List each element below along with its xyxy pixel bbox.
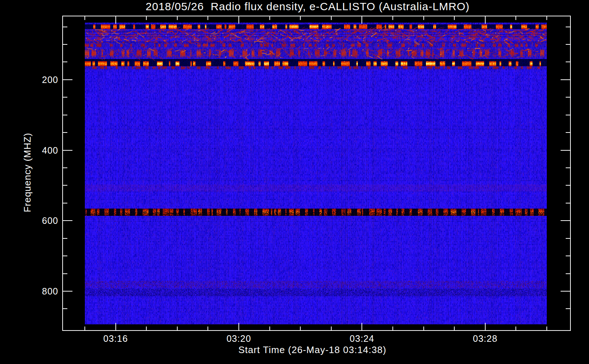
x-tick-minor [423, 16, 424, 20]
y-tick-minor [566, 115, 570, 115]
y-tick-minor [63, 203, 67, 203]
x-tick-minor [423, 327, 424, 330]
y-tick-minor [566, 273, 570, 274]
y-tick-minor [63, 308, 67, 309]
x-tick-minor [515, 16, 516, 20]
chart-title: 2018/05/26 Radio flux density, e-CALLIST… [146, 0, 470, 13]
y-tick-label: 400 [42, 145, 58, 155]
x-tick-minor [269, 327, 270, 330]
x-axis-title: Start Time (26-May-18 03:14:38) [238, 344, 387, 356]
x-tick-minor [331, 16, 332, 20]
x-tick-minor [177, 16, 178, 20]
y-tick-major [63, 150, 72, 151]
y-tick-minor [63, 44, 67, 45]
y-tick-major [63, 79, 72, 80]
x-tick-minor [515, 327, 516, 330]
y-tick-minor [566, 185, 570, 186]
y-tick-major [561, 220, 570, 221]
y-tick-minor [63, 27, 67, 27]
y-tick-minor [566, 27, 570, 27]
x-tick-minor [207, 16, 208, 20]
x-tick-label: 03:16 [103, 333, 128, 344]
spectrogram-figure: 2018/05/26 Radio flux density, e-CALLIST… [0, 0, 589, 364]
y-tick-minor [63, 185, 67, 186]
x-tick-major [238, 16, 239, 24]
x-tick-major [485, 323, 486, 330]
y-tick-minor [566, 256, 570, 256]
x-tick-minor [454, 16, 455, 20]
y-tick-label: 600 [42, 215, 58, 226]
y-tick-major [63, 220, 72, 221]
y-tick-minor [63, 97, 67, 98]
y-tick-minor [566, 238, 570, 239]
y-tick-minor [63, 115, 67, 115]
spectrogram-image [85, 23, 547, 324]
y-tick-major [63, 291, 72, 292]
x-tick-minor [331, 327, 332, 330]
x-tick-minor [84, 16, 85, 20]
x-tick-minor [177, 327, 178, 330]
y-axis-title: Frequency (MHZ) [22, 133, 33, 213]
x-tick-major [361, 323, 362, 330]
y-tick-minor [566, 308, 570, 309]
y-tick-minor [63, 62, 67, 62]
y-tick-minor [63, 238, 67, 239]
y-tick-minor [566, 167, 570, 168]
y-tick-minor [566, 97, 570, 98]
x-tick-major [115, 323, 116, 330]
x-tick-minor [269, 16, 270, 20]
x-tick-minor [207, 327, 208, 330]
y-tick-label: 200 [42, 74, 58, 85]
y-tick-minor [566, 203, 570, 203]
y-tick-label: 800 [42, 286, 58, 296]
y-tick-minor [63, 256, 67, 256]
x-tick-major [485, 16, 486, 24]
y-tick-minor [63, 132, 67, 133]
x-tick-major [361, 16, 362, 24]
x-tick-label: 03:24 [350, 333, 375, 344]
y-tick-major [561, 79, 570, 80]
x-tick-minor [300, 16, 301, 20]
x-tick-major [115, 16, 116, 24]
y-tick-minor [63, 167, 67, 168]
x-tick-minor [454, 327, 455, 330]
x-tick-label: 03:20 [226, 333, 251, 344]
x-tick-minor [546, 327, 547, 330]
x-tick-major [238, 323, 239, 330]
x-tick-minor [300, 327, 301, 330]
x-tick-minor [84, 327, 85, 330]
x-tick-minor [146, 327, 147, 330]
x-tick-minor [392, 327, 393, 330]
y-tick-minor [566, 132, 570, 133]
y-tick-major [561, 150, 570, 151]
x-tick-minor [146, 16, 147, 20]
y-tick-major [561, 291, 570, 292]
y-tick-minor [566, 44, 570, 45]
x-tick-minor [546, 16, 547, 20]
x-tick-minor [392, 16, 393, 20]
y-tick-minor [566, 62, 570, 62]
y-tick-minor [63, 273, 67, 274]
x-tick-label: 03:28 [473, 333, 498, 344]
